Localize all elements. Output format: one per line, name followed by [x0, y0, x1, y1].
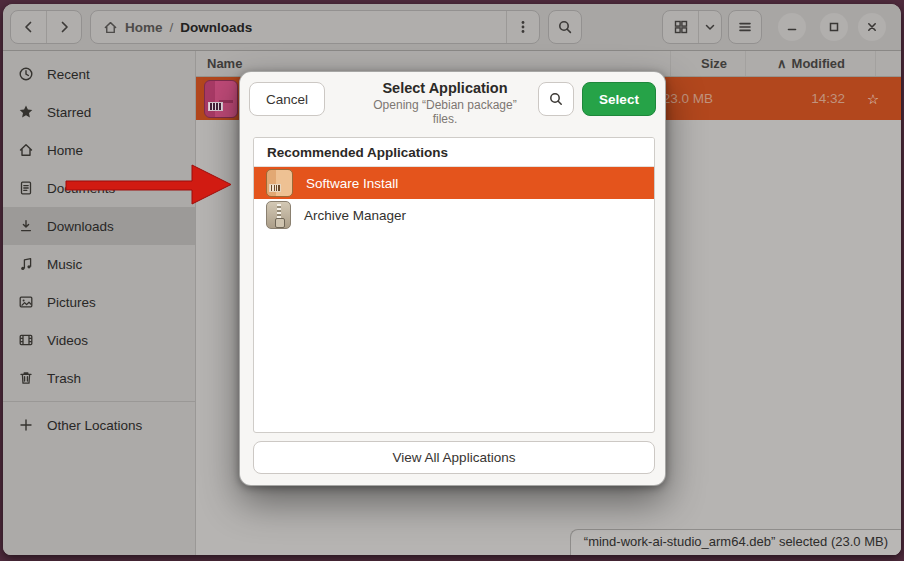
sidebar-item-label: Other Locations: [47, 418, 142, 433]
breadcrumb-home[interactable]: Home: [103, 20, 163, 35]
breadcrumb: Home / Downloads: [91, 20, 506, 35]
sidebar-separator: [3, 401, 195, 402]
sidebar-item-label: Documents: [47, 181, 115, 196]
column-header-name[interactable]: Name: [196, 56, 670, 71]
close-button[interactable]: [858, 13, 886, 41]
plus-icon: [18, 417, 34, 433]
file-modified: 14:32: [715, 77, 845, 120]
deb-package-icon: [204, 80, 238, 118]
recommended-section-header: Recommended Applications: [254, 138, 654, 167]
sidebar-item-documents[interactable]: Documents: [3, 169, 195, 207]
software-install-icon: [266, 169, 293, 197]
sidebar-item-recent[interactable]: Recent: [3, 55, 195, 93]
hamburger-menu-icon: [737, 19, 753, 35]
sidebar-item-label: Pictures: [47, 295, 96, 310]
search-icon: [557, 19, 573, 35]
path-bar: Home / Downloads: [90, 10, 540, 44]
kebab-menu-icon: [515, 19, 531, 35]
back-icon: [21, 19, 37, 35]
column-header-size[interactable]: Size: [670, 51, 745, 76]
chevron-down-icon: [703, 20, 717, 34]
sidebar-item-music[interactable]: Music: [3, 245, 195, 283]
app-name: Archive Manager: [304, 208, 406, 223]
grid-view-button[interactable]: [663, 11, 698, 43]
sidebar-item-starred[interactable]: Starred: [3, 93, 195, 131]
sidebar: Recent Starred Home Documents Downloads …: [3, 51, 196, 555]
sidebar-item-other-locations[interactable]: Other Locations: [3, 406, 195, 444]
dialog-search-button[interactable]: [538, 82, 574, 116]
documents-icon: [18, 180, 34, 196]
select-application-dialog: Cancel Select Application Opening “Debia…: [239, 71, 666, 486]
view-toggle-group: [662, 10, 722, 44]
star-outline-icon: ☆: [867, 91, 879, 107]
archive-manager-icon: [266, 201, 291, 229]
application-list: Recommended Applications Software Instal…: [253, 137, 655, 433]
close-icon: [865, 20, 879, 34]
column-header-modified[interactable]: ∧ Modified: [745, 51, 875, 76]
star-toggle[interactable]: ☆: [845, 91, 901, 107]
forward-button[interactable]: [46, 11, 81, 43]
recent-icon: [18, 66, 34, 82]
app-name: Software Install: [306, 176, 398, 191]
app-row-archive-manager[interactable]: Archive Manager: [254, 199, 654, 231]
sidebar-item-label: Recent: [47, 67, 90, 82]
sidebar-item-label: Downloads: [47, 219, 114, 234]
back-button[interactable]: [11, 11, 46, 43]
maximize-icon: [827, 20, 841, 34]
dialog-subtitle: Opening “Debian package” files.: [360, 98, 530, 126]
header-bar: Home / Downloads: [3, 4, 901, 51]
videos-icon: [18, 332, 34, 348]
view-options-button[interactable]: [698, 11, 721, 43]
grid-view-icon: [673, 19, 689, 35]
sidebar-item-label: Home: [47, 143, 83, 158]
sidebar-item-label: Videos: [47, 333, 88, 348]
sidebar-item-videos[interactable]: Videos: [3, 321, 195, 359]
dialog-header: Cancel Select Application Opening “Debia…: [240, 72, 665, 128]
view-all-applications-button[interactable]: View All Applications: [253, 441, 655, 474]
column-header-star: [875, 51, 901, 76]
breadcrumb-current[interactable]: Downloads: [180, 20, 252, 35]
sidebar-item-label: Starred: [47, 105, 91, 120]
dialog-title: Select Application: [360, 80, 530, 96]
trash-icon: [18, 370, 34, 386]
breadcrumb-separator: /: [170, 20, 174, 35]
pictures-icon: [18, 294, 34, 310]
history-nav-group: [10, 10, 82, 44]
sidebar-item-pictures[interactable]: Pictures: [3, 283, 195, 321]
sidebar-item-home[interactable]: Home: [3, 131, 195, 169]
star-icon: [18, 104, 34, 120]
home-icon: [103, 20, 118, 35]
sidebar-item-label: Trash: [47, 371, 81, 386]
sort-ascending-icon: ∧: [777, 56, 787, 71]
cancel-button[interactable]: Cancel: [249, 82, 325, 116]
forward-icon: [56, 19, 72, 35]
maximize-button[interactable]: [820, 13, 848, 41]
sidebar-item-downloads[interactable]: Downloads: [3, 207, 195, 245]
music-icon: [18, 256, 34, 272]
location-menu-button[interactable]: [506, 11, 539, 43]
minimize-icon: [785, 20, 799, 34]
select-button[interactable]: Select: [582, 82, 656, 116]
home-icon: [18, 142, 34, 158]
sidebar-item-trash[interactable]: Trash: [3, 359, 195, 397]
breadcrumb-home-label: Home: [125, 20, 163, 35]
main-menu-button[interactable]: [728, 10, 762, 44]
search-button[interactable]: [548, 10, 582, 44]
status-bar: “mind-work-ai-studio_arm64.deb” selected…: [570, 529, 901, 555]
downloads-icon: [18, 218, 34, 234]
sidebar-item-label: Music: [47, 257, 82, 272]
app-row-software-install[interactable]: Software Install: [254, 167, 654, 199]
minimize-button[interactable]: [778, 13, 806, 41]
search-icon: [548, 91, 564, 107]
